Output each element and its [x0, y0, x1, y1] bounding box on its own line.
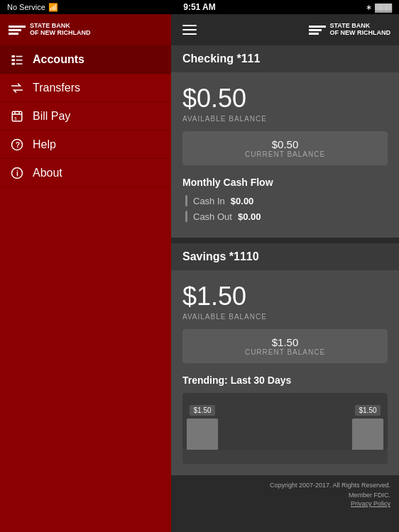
hamburger-line-1	[182, 25, 197, 26]
hamburger-line-2	[182, 29, 197, 31]
logo-stripe-2	[9, 29, 21, 31]
svg-rect-5	[16, 63, 23, 65]
savings-current-balance-box[interactable]: $1.50 CURRENT BALANCE	[182, 329, 388, 363]
sidebar-item-accounts[interactable]: Accounts	[0, 45, 171, 74]
footer-privacy-link[interactable]: Privacy Policy	[180, 500, 390, 507]
transfers-icon	[10, 81, 24, 95]
sidebar-item-accounts-label: Accounts	[33, 53, 84, 66]
sidebar-item-about[interactable]: i About	[0, 159, 171, 187]
main-logo-text: STATE BANKOF NEW RICHLAND	[330, 23, 391, 37]
savings-available-balance-label: AVAILABLE BALANCE	[182, 313, 388, 321]
cash-in-bar	[185, 195, 187, 206]
cash-out-value: $0.00	[238, 211, 261, 222]
checking-section-title: Monthly Cash Flow	[182, 177, 388, 188]
chart-bar-fill-right	[352, 419, 383, 450]
sidebar-item-help[interactable]: ? Help	[0, 131, 171, 159]
hamburger-button[interactable]	[180, 22, 200, 38]
checking-account-title: Checking *111	[182, 52, 388, 65]
chart-bar-fill-left	[187, 419, 218, 450]
cash-in-item: Cash In $0.00	[185, 195, 388, 206]
sidebar-logo: STATE BANKOF NEW RICHLAND	[9, 23, 91, 37]
svg-rect-0	[12, 55, 16, 57]
status-bar: No Service 📶 9:51 AM ∗ ▓▓▓	[0, 0, 399, 14]
logo-stripe-1	[9, 26, 26, 28]
cash-in-value: $0.00	[231, 196, 254, 206]
main-logo-stripes	[309, 26, 326, 35]
chart-bar-right: $1.50	[352, 405, 383, 450]
sidebar-item-billpay[interactable]: $ Bill Pay	[0, 102, 171, 131]
chart-bottom	[182, 450, 388, 464]
svg-rect-4	[12, 62, 16, 65]
sidebar-nav: Accounts Transfers	[0, 45, 171, 532]
chart-label-right: $1.50	[355, 405, 380, 416]
main-logo-stripe-1	[309, 26, 326, 28]
checking-account-header: Checking *111	[171, 45, 399, 72]
main-logo: STATE BANKOF NEW RICHLAND	[309, 23, 391, 37]
checking-current-balance-box[interactable]: $0.50 CURRENT BALANCE	[182, 131, 388, 165]
savings-available-balance: $1.50	[182, 282, 388, 311]
savings-account-header: Savings *1110	[171, 243, 399, 270]
top-bar: STATE BANKOF NEW RICHLAND	[171, 14, 399, 45]
main-logo-stripe-3	[309, 33, 319, 35]
savings-current-balance-amount: $1.50	[192, 336, 378, 348]
savings-account-section: Savings *1110 $1.50 AVAILABLE BALANCE $1…	[171, 243, 399, 475]
billpay-icon: $	[10, 109, 24, 123]
sidebar: STATE BANKOF NEW RICHLAND Accounts	[0, 14, 171, 532]
battery-icon: ▓▓▓	[375, 3, 392, 11]
sidebar-item-help-label: Help	[33, 138, 56, 151]
footer-fdic: Member FDIC.	[180, 491, 390, 501]
logo-stripes	[9, 26, 26, 35]
cash-out-bar	[185, 211, 187, 222]
checking-cash-flow: Cash In $0.00 Cash Out $0.00	[182, 195, 388, 222]
svg-text:?: ?	[16, 140, 20, 148]
checking-available-balance: $0.50	[182, 84, 388, 113]
sidebar-logo-text: STATE BANKOF NEW RICHLAND	[30, 23, 91, 37]
cash-out-item: Cash Out $0.00	[185, 211, 388, 222]
list-icon	[10, 52, 24, 67]
status-time: 9:51 AM	[183, 2, 216, 12]
sidebar-header: STATE BANKOF NEW RICHLAND	[0, 14, 171, 45]
savings-account-title: Savings *1110	[182, 250, 388, 263]
footer-copyright: Copyright 2007-2017. All Rights Reserved…	[180, 481, 390, 491]
svg-rect-2	[12, 59, 16, 61]
cash-out-label: Cash Out	[193, 211, 232, 222]
app-container: STATE BANKOF NEW RICHLAND Accounts	[0, 14, 399, 532]
svg-text:$: $	[14, 116, 17, 120]
account-separator	[171, 238, 399, 243]
sidebar-item-transfers[interactable]: Transfers	[0, 74, 171, 102]
svg-rect-3	[16, 60, 23, 61]
status-left: No Service 📶	[7, 3, 58, 12]
main-content: STATE BANKOF NEW RICHLAND Checking *111 …	[171, 14, 399, 532]
content-scroll[interactable]: Checking *111 $0.50 AVAILABLE BALANCE $0…	[171, 45, 399, 532]
checking-account-section: Checking *111 $0.50 AVAILABLE BALANCE $0…	[171, 45, 399, 238]
logo-stripe-3	[9, 33, 18, 35]
svg-text:i: i	[16, 168, 18, 177]
sidebar-item-about-label: About	[33, 167, 62, 179]
info-icon: i	[10, 166, 24, 180]
checking-available-balance-label: AVAILABLE BALANCE	[182, 115, 388, 123]
carrier-text: No Service	[7, 3, 45, 11]
svg-rect-6	[12, 111, 22, 121]
savings-section-title: Trending: Last 30 Days	[182, 375, 388, 386]
bluetooth-icon: ∗	[366, 3, 372, 12]
checking-current-balance-amount: $0.50	[192, 138, 378, 150]
savings-current-balance-label: CURRENT BALANCE	[192, 348, 378, 356]
sidebar-item-billpay-label: Bill Pay	[33, 110, 70, 123]
footer: Copyright 2007-2017. All Rights Reserved…	[171, 475, 399, 513]
svg-rect-1	[16, 55, 23, 57]
chart-label-left: $1.50	[190, 405, 214, 416]
cash-in-label: Cash In	[193, 196, 225, 206]
chart-bar-left: $1.50	[187, 405, 218, 450]
main-logo-stripe-2	[309, 29, 322, 31]
checking-current-balance-label: CURRENT BALANCE	[192, 150, 378, 158]
status-right: ∗ ▓▓▓	[366, 3, 392, 12]
checking-account-body: $0.50 AVAILABLE BALANCE $0.50 CURRENT BA…	[171, 72, 399, 238]
sidebar-item-transfers-label: Transfers	[33, 82, 80, 94]
savings-account-body: $1.50 AVAILABLE BALANCE $1.50 CURRENT BA…	[171, 270, 399, 475]
hamburger-line-3	[182, 33, 197, 35]
help-icon: ?	[10, 138, 24, 152]
trending-chart: $1.50 $1.50	[182, 393, 388, 464]
wifi-icon: 📶	[48, 3, 58, 12]
